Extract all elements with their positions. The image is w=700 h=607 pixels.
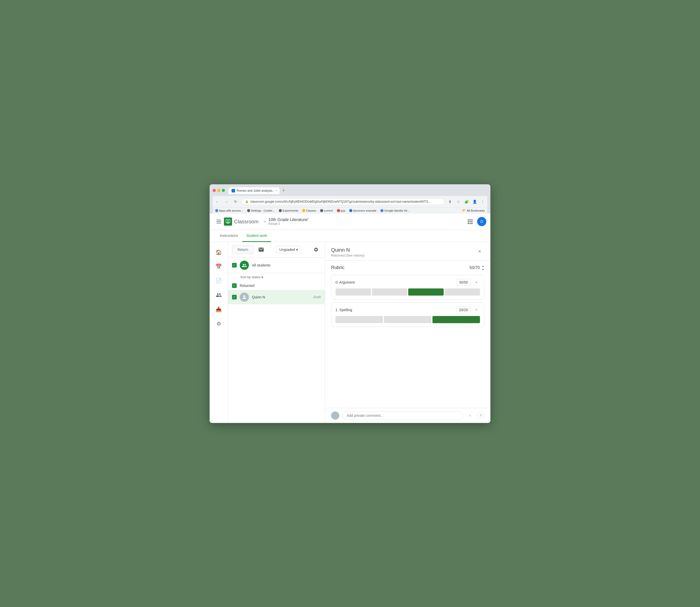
criterion-argument-score: 30/50 xyxy=(456,279,480,286)
sidenav-inbox[interactable]: 📥 xyxy=(213,303,225,315)
criterion-score-box[interactable]: 30/50 xyxy=(456,279,471,286)
bookmark-apps[interactable]: Apps with access... xyxy=(214,209,245,213)
hamburger-button[interactable] xyxy=(214,216,224,227)
grade-dropdown[interactable]: Ungraded ▾ xyxy=(276,246,301,253)
minimize-traffic-light[interactable] xyxy=(217,189,220,192)
bookmark-discovery[interactable]: discovery example xyxy=(348,209,378,213)
breadcrumb-separator: > xyxy=(264,219,267,224)
bookmark-favicon xyxy=(247,209,250,212)
bookmark-label: current xyxy=(324,209,333,212)
rating-bar[interactable] xyxy=(335,316,383,323)
main-layout: 🏠 📅 📄 📥 ⚙ Return xyxy=(210,242,490,423)
bookmark-experiments[interactable]: Experiments xyxy=(277,209,300,213)
app-name: Classroom xyxy=(234,219,259,225)
detail-panel: Quinn N Returned (See history) × Rubric … xyxy=(325,242,490,423)
download-icon[interactable]: ⬇ xyxy=(447,198,454,205)
rating-bar[interactable] xyxy=(445,289,480,296)
rating-bar[interactable] xyxy=(335,289,371,296)
tab-instructions[interactable]: Instructions xyxy=(216,230,242,242)
rubric-score-text: 50/70 xyxy=(470,266,480,270)
sort-label[interactable]: Sort by status xyxy=(240,275,261,279)
close-detail-button[interactable]: × xyxy=(475,247,484,256)
google-apps-button[interactable] xyxy=(465,216,475,227)
student-detail-info: Quinn N Returned (See history) xyxy=(331,247,365,257)
tab-title: Romeo and Juliet analysis. xyxy=(236,189,273,192)
criterion-spelling-score: 20/20 xyxy=(456,306,480,313)
svg-rect-1 xyxy=(217,221,221,222)
return-button[interactable]: Return xyxy=(232,245,253,254)
score-up-icon[interactable]: ▲ xyxy=(482,265,484,268)
student-checkbox[interactable]: ✓ xyxy=(232,295,236,299)
new-tab-button[interactable]: + xyxy=(280,187,287,194)
menu-icon[interactable]: ⋮ xyxy=(479,198,486,205)
sort-dropdown-icon[interactable]: ▾ xyxy=(262,275,263,279)
user-avatar[interactable]: D xyxy=(477,217,486,226)
group-icon xyxy=(240,260,249,270)
bookmark-label: Settings - Cookie... xyxy=(251,209,275,212)
sidenav-people[interactable] xyxy=(213,289,225,301)
profile-icon[interactable]: 👤 xyxy=(471,198,478,205)
student-name: Quinn N xyxy=(252,295,265,299)
criterion-spelling-name: 1: Spelling xyxy=(335,308,352,312)
rating-bar-selected[interactable] xyxy=(408,289,444,296)
bookmark-settings[interactable]: Settings - Cookie... xyxy=(246,209,276,213)
address-bar[interactable]: 🔒 classroom.google.com/u/0/c/NjEyMDI4ODI… xyxy=(241,198,445,205)
close-traffic-light[interactable] xyxy=(213,189,216,192)
help-button[interactable]: ? xyxy=(477,412,484,419)
sidenav-home[interactable]: 🏠 xyxy=(213,246,225,258)
email-button[interactable] xyxy=(256,245,266,254)
bookmark-label: Experiments xyxy=(283,209,298,212)
sidenav-calendar[interactable]: 📅 xyxy=(213,260,225,273)
all-students-checkbox[interactable]: ✓ xyxy=(232,263,236,268)
bookmark-google-identity[interactable]: Google Identity Se... xyxy=(379,209,411,213)
bookmark-current[interactable]: current xyxy=(318,209,334,213)
bookmark-label: Apps with access... xyxy=(219,209,243,212)
rubric-header: Rubric 50/70 ▲ ▼ xyxy=(331,265,484,271)
bookmark-favicon xyxy=(337,209,340,212)
section-label-returned: Returned xyxy=(240,284,254,288)
student-status: Draft xyxy=(313,295,321,299)
active-browser-tab[interactable]: Romeo and Juliet analysis. × xyxy=(228,187,280,194)
bookmark-favicon xyxy=(380,209,384,212)
browser-window: Romeo and Juliet analysis. × + ← → ↻ 🔒 c… xyxy=(210,184,490,423)
send-button[interactable]: ➤ xyxy=(466,412,474,420)
course-name: 10th Grade Literature! xyxy=(268,217,465,222)
criterion-argument-expand[interactable] xyxy=(473,279,480,286)
classroom-icon xyxy=(224,217,232,226)
app-bar: Classroom > 10th Grade Literature! Perio… xyxy=(210,214,490,230)
browser-chrome: Romeo and Juliet analysis. × + ← → ↻ 🔒 c… xyxy=(210,184,490,214)
hamburger-icon xyxy=(217,220,221,223)
sidenav-settings[interactable]: ⚙ xyxy=(213,317,225,330)
apps-grid-icon xyxy=(468,219,473,224)
score-arrows[interactable]: ▲ ▼ xyxy=(482,265,484,271)
forward-button[interactable]: → xyxy=(223,198,230,205)
sidenav-files[interactable]: 📄 xyxy=(213,275,225,287)
maximize-traffic-light[interactable] xyxy=(222,189,225,192)
bookmark-favicon xyxy=(320,209,323,212)
criterion-spelling-expand[interactable] xyxy=(473,306,480,313)
refresh-button[interactable]: ↻ xyxy=(232,198,239,205)
extensions-icon[interactable]: 🧩 xyxy=(463,198,470,205)
score-down-icon[interactable]: ▼ xyxy=(482,268,484,271)
criterion-score-box[interactable]: 20/20 xyxy=(456,307,471,313)
student-avatar xyxy=(240,293,249,302)
bookmark-gcp[interactable]: gcp xyxy=(335,209,347,213)
all-bookmarks[interactable]: 📂 All Bookmarks xyxy=(461,209,486,212)
tab-close-btn[interactable]: × xyxy=(276,189,277,192)
bookmark-classes[interactable]: Classes xyxy=(301,209,317,213)
settings-button[interactable] xyxy=(311,245,321,254)
student-detail-status: Returned (See history) xyxy=(331,253,365,257)
student-row[interactable]: ✓ Quinn N Draft xyxy=(228,290,325,304)
tab-student-work[interactable]: Student work xyxy=(242,230,271,242)
rating-bar-selected[interactable] xyxy=(432,316,480,323)
back-button[interactable]: ← xyxy=(214,198,221,205)
bookmarks-bar: Apps with access... Settings - Cookie...… xyxy=(213,207,487,214)
criterion-spelling-header: 1: Spelling 20/20 xyxy=(335,306,480,313)
bookmark-icon[interactable]: ☆ xyxy=(455,198,462,205)
comment-input[interactable] xyxy=(342,411,463,420)
all-students-label: All students xyxy=(252,263,270,267)
rating-bar[interactable] xyxy=(372,289,408,296)
returned-section-checkbox[interactable]: ✓ xyxy=(232,283,236,288)
rating-bar[interactable] xyxy=(384,316,431,323)
student-detail-name: Quinn N xyxy=(331,247,365,253)
